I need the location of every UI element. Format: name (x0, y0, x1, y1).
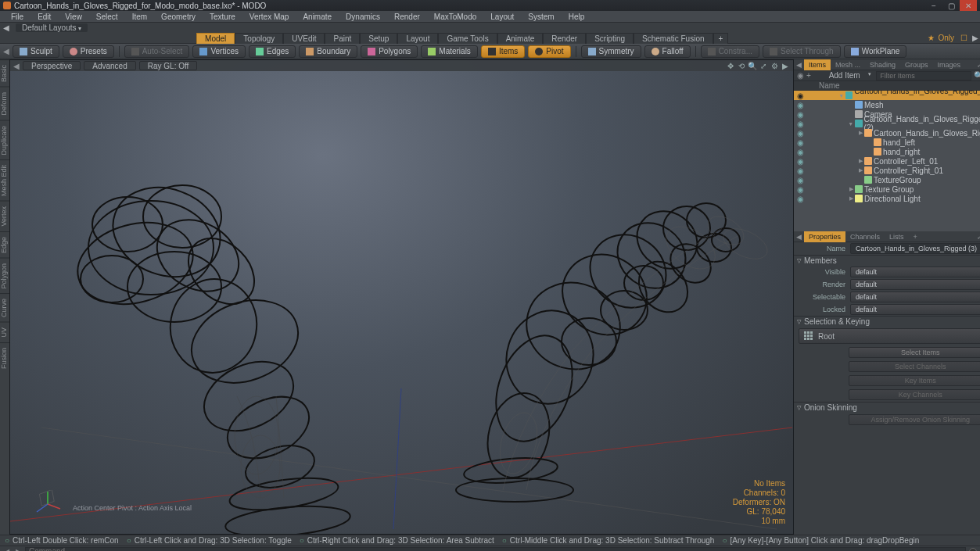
name-field[interactable]: Cartoon_Hands_in_Gloves_Rigged (3) (850, 243, 980, 254)
pivot-button[interactable]: Pivot (528, 45, 570, 58)
tab-animate[interactable]: Animate (497, 33, 544, 44)
leftstrip-curve[interactable]: Curve (0, 293, 9, 322)
tree-row[interactable]: ◉hand_right (794, 147, 980, 156)
viewport-3d[interactable]: ◀ Perspective Advanced Ray GL: Off ✥ ⟲ 🔍… (9, 59, 794, 535)
selection-keying-section[interactable]: ▽Selection & Keying (794, 316, 980, 327)
menu-maxtomodo[interactable]: MaxToModo (428, 13, 483, 21)
assign-onion-button[interactable]: Assign/Remove Onion Skinning (849, 414, 980, 425)
menu-system[interactable]: System (522, 13, 560, 21)
tab-uvedit[interactable]: UVEdit (283, 33, 325, 44)
toolbar-collapse-icon[interactable]: ◀ (3, 47, 9, 55)
items-popout-icon[interactable]: ⤢ (975, 59, 980, 70)
wire-hand-left[interactable] (57, 123, 370, 535)
tab-model[interactable]: Model (196, 33, 235, 44)
plus-col-icon[interactable]: + (806, 71, 811, 80)
menu-dynamics[interactable]: Dynamics (339, 13, 386, 21)
prop-tab-lists[interactable]: Lists (885, 231, 909, 242)
leftstrip-edge[interactable]: Edge (0, 231, 9, 258)
menu-geometry[interactable]: Geometry (155, 13, 202, 21)
perspective-dropdown[interactable]: Perspective (23, 61, 81, 70)
maximize-button[interactable]: ▢ (942, 0, 960, 11)
select-channels-button[interactable]: Select Channels (849, 361, 980, 372)
symmetry-button[interactable]: Symmetry (581, 45, 641, 58)
leftstrip-vertex[interactable]: Vertex (0, 201, 9, 231)
tab-setup[interactable]: Setup (360, 33, 397, 44)
leftstrip-uv[interactable]: UV (0, 322, 9, 342)
leftstrip-deform[interactable]: Deform (0, 87, 9, 120)
tree-row[interactable]: ◉TextureGroup (794, 175, 980, 184)
twisty-icon[interactable]: ▶ (856, 158, 864, 164)
leftstrip-duplicate[interactable]: Duplicate (0, 120, 9, 160)
close-button[interactable]: ✕ (960, 0, 977, 11)
props-popout-icon[interactable]: ⤢ (975, 231, 980, 242)
axis-gizmo[interactable] (34, 490, 62, 518)
vertices-button[interactable]: Vertices (192, 45, 246, 58)
add-tab-button[interactable]: + (713, 33, 729, 44)
menu-edit[interactable]: Edit (31, 13, 57, 21)
visibility-icon[interactable]: ◉ (794, 138, 803, 147)
tab-render[interactable]: Render (543, 33, 586, 44)
tree-row[interactable]: ◉▶Directional Light (794, 194, 980, 203)
members-section[interactable]: ▽Members (794, 255, 980, 266)
autoselect-button[interactable]: Auto-Select (124, 45, 190, 58)
boundary-button[interactable]: Boundary (299, 45, 357, 58)
prop-tab-properties[interactable]: Properties (804, 231, 845, 242)
leftstrip-fusion[interactable]: Fusion (0, 342, 9, 374)
visibility-icon[interactable]: ◉ (794, 148, 803, 156)
twisty-icon[interactable]: ▶ (847, 186, 855, 192)
twisty-icon[interactable]: ▼ (838, 93, 845, 98)
key-items-button[interactable]: Key Items (849, 375, 980, 386)
filter-items-input[interactable] (876, 71, 971, 81)
tab-schematic-fusion[interactable]: Schematic Fusion (634, 33, 713, 44)
sculpt-button[interactable]: Sculpt (13, 45, 59, 58)
falloff-button[interactable]: Falloff (644, 45, 691, 58)
menu-select[interactable]: Select (90, 13, 124, 21)
menu-file[interactable]: File (5, 13, 30, 21)
onion-section[interactable]: ▽Onion Skinning (794, 402, 980, 413)
record-icon[interactable] (969, 548, 977, 552)
menu-item[interactable]: Item (126, 13, 153, 21)
visibility-icon[interactable]: ◉ (794, 110, 803, 119)
visibility-icon[interactable]: ◉ (794, 129, 803, 138)
visibility-icon[interactable]: ◉ (794, 157, 803, 166)
polygons-button[interactable]: Polygons (361, 45, 418, 58)
menu-texture[interactable]: Texture (203, 13, 242, 21)
tree-row[interactable]: ◉hand_left (794, 138, 980, 147)
tree-row[interactable]: ◉▼Cartoon_Hands_in_Gloves_Rigged_for ... (794, 91, 980, 100)
menu-help[interactable]: Help (562, 13, 591, 21)
twisty-icon[interactable]: ▶ (856, 130, 864, 136)
tree-row[interactable]: ◉▶Texture Group (794, 184, 980, 194)
menu-vertex-map[interactable]: Vertex Map (243, 13, 296, 21)
move-viewport-icon[interactable]: ✥ (726, 61, 735, 70)
render-select[interactable]: default (850, 279, 980, 290)
fit-viewport-icon[interactable]: ⤢ (759, 61, 768, 70)
visibility-icon[interactable]: ◉ (794, 120, 803, 128)
tab-layout[interactable]: Layout (397, 33, 438, 44)
gear-viewport-icon[interactable]: ⚙ (770, 61, 779, 70)
menu-view[interactable]: View (59, 13, 88, 21)
tree-row[interactable]: ◉▶Cartoon_Hands_in_Gloves_Rigged (794, 128, 980, 138)
presets-button[interactable]: Presets (63, 45, 114, 58)
items-button[interactable]: Items (481, 45, 525, 58)
locked-select[interactable]: default (850, 304, 980, 315)
select-through-button[interactable]: Select Through (763, 45, 841, 58)
items-tab-images[interactable]: Images (933, 59, 966, 70)
minimize-button[interactable]: − (925, 0, 942, 11)
expand-viewport-icon[interactable]: ▶ (781, 61, 790, 70)
rotate-viewport-icon[interactable]: ⟲ (737, 61, 746, 70)
materials-button[interactable]: Materials (421, 45, 478, 58)
wire-hand-right[interactable] (417, 146, 784, 521)
command-input[interactable] (25, 547, 966, 552)
layout-collapse-icon[interactable]: ◀ (3, 23, 9, 32)
items-tab-groups[interactable]: Groups (900, 59, 933, 70)
default-layouts-dropdown[interactable]: Default Layouts (16, 23, 88, 32)
visibility-icon[interactable]: ◉ (794, 91, 803, 100)
visible-select[interactable]: default (850, 267, 980, 277)
advanced-dropdown[interactable]: Advanced (84, 61, 135, 70)
tree-row[interactable]: ◉▼Cartoon_Hands_in_Gloves_Rigged (2) (794, 119, 980, 128)
history-fwd-icon[interactable]: ▶ (14, 548, 22, 551)
twisty-icon[interactable]: ▼ (847, 121, 855, 127)
props-collapse-icon[interactable]: ◀ (794, 231, 804, 242)
twisty-icon[interactable]: ▶ (856, 167, 864, 174)
items-tab-mesh-[interactable]: Mesh ... (831, 59, 865, 70)
